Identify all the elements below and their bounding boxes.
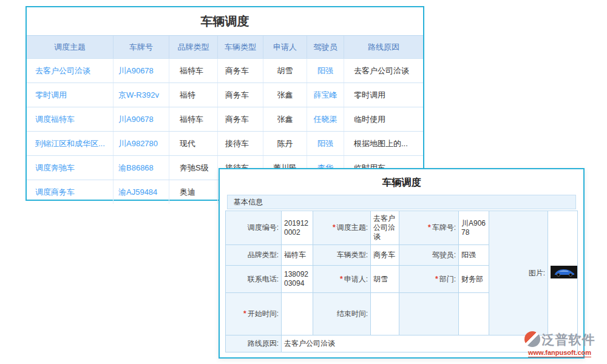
cell-reason: 去客户公司洽谈 [344,59,423,83]
label-text: 品牌类型: [248,251,279,259]
start-time-label: *开始时间: [226,293,282,335]
required-marker: * [435,275,438,283]
fanpu-logo-icon [524,331,540,347]
brand-label: 品牌类型: [226,245,282,266]
cell-plate-link[interactable]: 渝B86868 [113,156,169,180]
table-row: 去客户公司洽谈 川A90678 福特车 商务车 胡雪 阳强 去客户公司洽谈 [27,58,423,83]
cell-vtype: 商务车 [217,107,263,131]
cell-reason: 根据地图上的... [344,132,423,155]
plate-label: *车牌号: [399,211,459,245]
subject-label: *调度主题: [313,211,371,245]
label-text: 调度主题: [337,223,368,232]
driver-label: 驾驶员: [399,245,459,266]
dispatch-no-field[interactable]: 2019120002 [282,211,313,245]
col-header-applicant: 申请人 [263,36,307,58]
col-header-brand: 品牌类型 [169,36,217,58]
dept-field[interactable]: 财务部 [459,266,489,293]
cell-brand: 福特车 [169,107,217,131]
cell-plate-link[interactable]: 川A90678 [113,107,169,131]
image-label: 图片: [489,211,548,335]
label-text: 联系电话: [248,275,279,283]
table-row: 调度福特车 川A90678 福特车 商务车 张鑫 任晓渠 临时使用 [27,107,423,131]
phone-label: 联系电话: [226,266,282,293]
cell-subject-link[interactable]: 零时调用 [27,83,113,107]
cell-brand: 奔驰S级 [169,156,217,180]
cell-driver-link[interactable]: 薛宝峰 [307,83,344,107]
cell-applicant: 胡雪 [263,59,307,83]
subject-field[interactable]: 去客户公司洽谈 [371,211,399,245]
cell-plate-link[interactable]: 渝AJ59484 [113,180,169,204]
dept-label: *部门: [399,266,459,293]
cell-vtype: 商务车 [217,83,263,107]
label-text: 车牌号: [432,223,456,232]
cell-driver-link[interactable]: 阳强 [307,132,344,155]
label-text: 驾驶员: [432,251,456,259]
vtype-label: 车辆类型: [313,245,371,266]
fanpu-website-link[interactable]: www.fanpusoft.com [528,349,591,357]
table-row: 零时调用 京W-R392v 福特 商务车 张鑫 薛宝峰 零时调用 [27,83,423,107]
label-text: 结束时间: [337,309,368,318]
cell-brand: 奥迪 [169,180,217,204]
col-header-plate: 车牌号 [113,36,169,58]
label-text: 路线原因: [248,339,279,348]
cell-brand: 现代 [169,132,217,155]
cell-reason: 临时使用 [344,107,423,131]
required-marker: * [333,223,336,232]
cell-plate-link[interactable]: 京W-R392v [113,83,169,107]
cell-applicant: 张鑫 [263,107,307,131]
required-marker: * [243,309,246,318]
cell-plate-link[interactable]: 川A982780 [113,132,169,155]
brand-field[interactable]: 福特车 [282,245,313,266]
start-time-field[interactable] [282,293,313,335]
cell-driver-link[interactable]: 任晓渠 [307,107,344,131]
fanpu-logo: 泛普软件 [517,331,602,347]
car-photo-thumbnail[interactable] [551,266,578,278]
cell-subject-link[interactable]: 调度奔驰车 [27,156,113,180]
cell-brand: 福特车 [169,59,217,83]
cell-reason: 零时调用 [344,83,423,107]
cell-subject-link[interactable]: 去客户公司洽谈 [27,59,113,83]
cell-applicant: 陈丹 [263,132,307,155]
vtype-field[interactable]: 商务车 [371,245,399,266]
table-header-row: 调度主题 车牌号 品牌类型 车辆类型 申请人 驾驶员 路线原因 [27,35,423,58]
empty-label-cell [399,293,459,335]
col-header-vtype: 车辆类型 [217,36,263,58]
section-basic-info: 基本信息 [227,195,576,209]
cell-applicant: 张鑫 [263,83,307,107]
applicant-field[interactable]: 胡雪 [371,266,399,293]
end-time-field[interactable] [371,293,399,335]
list-title: 车辆调度 [27,7,423,35]
cell-subject-link[interactable]: 到锦江区和成华区... [27,132,113,155]
cell-vtype: 商务车 [217,59,263,83]
fanpu-logo-text: 泛普软件 [542,333,595,346]
label-text: 开始时间: [248,309,279,318]
col-header-subject: 调度主题 [27,36,113,58]
detail-title: 车辆调度 [220,175,583,190]
label-text: 部门: [439,275,456,283]
dispatch-no-label: 调度编号: [226,211,282,245]
cell-plate-link[interactable]: 川A90678 [113,59,169,83]
plate-field[interactable]: 川A90678 [459,211,489,245]
screen: 车辆调度 调度主题 车牌号 品牌类型 车辆类型 申请人 驾驶员 路线原因 去客户… [0,0,607,364]
cell-driver-link[interactable]: 阳强 [307,59,344,83]
cell-vtype: 接待车 [217,132,263,155]
reason-label: 路线原因: [226,335,282,352]
cell-subject-link[interactable]: 调度福特车 [27,107,113,131]
vehicle-dispatch-detail-panel: 车辆调度 基本信息 调度编号: 2019120002 *调度主题: 去客户公司洽… [219,168,585,359]
table-row: 到锦江区和成华区... 川A982780 现代 接待车 陈丹 阳强 根据地图上的… [27,131,423,155]
empty-value-cell [459,293,489,335]
required-marker: * [340,275,343,283]
end-time-label: 结束时间: [313,293,371,335]
label-text: 申请人: [344,275,368,283]
required-marker: * [428,223,431,232]
fanpu-watermark: 泛普软件 www.fanpusoft.com [517,331,602,357]
label-text: 图片: [529,269,545,277]
label-text: 车辆类型: [337,251,368,259]
driver-field[interactable]: 阳强 [459,245,489,266]
cell-subject-link[interactable]: 调度商务车 [27,180,113,204]
col-header-driver: 驾驶员 [307,36,344,58]
applicant-label: *申请人: [313,266,371,293]
col-header-reason: 路线原因 [344,36,423,58]
phone-field[interactable]: 13809203094 [282,266,313,293]
cell-brand: 福特 [169,83,217,107]
